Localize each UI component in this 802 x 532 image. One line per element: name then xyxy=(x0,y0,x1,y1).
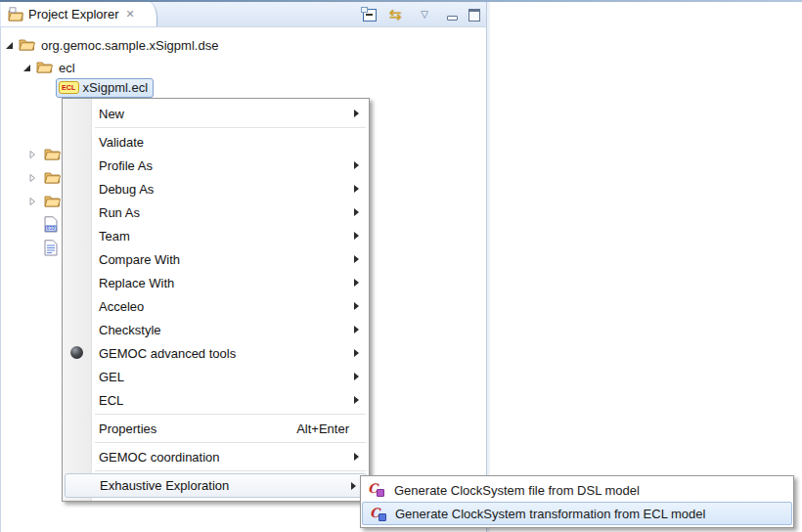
gemoc-icon xyxy=(70,346,83,359)
submenu-arrow-icon xyxy=(354,349,359,357)
menu-separator xyxy=(95,127,366,128)
submenu-arrow-icon xyxy=(354,161,359,169)
submenu-item-generate-clocksystem-file[interactable]: Cs Generate ClockSystem file from DSL mo… xyxy=(361,478,793,502)
menu-item-properties[interactable]: Properties Alt+Enter xyxy=(63,417,369,440)
submenu-item-generate-clocksystem-transformation[interactable]: Cs Generate ClockSystem transformation f… xyxy=(362,502,792,525)
submenu-arrow-icon xyxy=(354,208,359,216)
tree-item-hidden-4[interactable]: 010 xyxy=(44,214,58,234)
svg-text:010: 010 xyxy=(47,226,55,231)
menu-item-debug-as[interactable]: Debug As xyxy=(63,177,369,200)
exhaustive-exploration-submenu: Cs Generate ClockSystem file from DSL mo… xyxy=(360,475,794,528)
menu-item-gemoc-advanced-tools[interactable]: GEMOC advanced tools xyxy=(63,341,369,365)
tree-item-ecl-folder[interactable]: ecl xyxy=(23,58,75,77)
open-folder-icon xyxy=(36,61,53,74)
menu-separator xyxy=(95,470,366,471)
submenu-arrow-icon xyxy=(354,255,359,263)
ecl-file-icon: ECL xyxy=(59,81,79,94)
tree-item-hidden-3[interactable] xyxy=(29,192,61,211)
tab-project-explorer[interactable]: Project Explorer ✕ xyxy=(1,2,157,26)
open-folder-icon xyxy=(19,38,35,52)
selected-item-box: ECL xSigpml.ecl xyxy=(56,78,154,98)
close-icon[interactable]: ✕ xyxy=(125,8,134,21)
submenu-arrow-icon xyxy=(354,110,359,117)
project-explorer-icon xyxy=(8,7,23,22)
submenu-arrow-icon xyxy=(354,453,359,461)
view-left-border xyxy=(0,2,1,532)
menu-item-new[interactable]: New xyxy=(63,102,369,125)
folder-icon xyxy=(44,148,61,161)
project-explorer-header: Project Explorer ✕ ⇆ ▽ xyxy=(0,2,486,27)
tree-item-hidden-5[interactable] xyxy=(44,238,58,257)
tree-item-label: xSigpml.ecl xyxy=(83,80,148,95)
submenu-arrow-icon xyxy=(351,482,356,490)
tree-item-label: org.gemoc.sample.xSigpml.dse xyxy=(39,38,218,53)
expanded-arrow-icon[interactable] xyxy=(6,42,13,49)
collapsed-arrow-icon[interactable] xyxy=(29,173,36,183)
tree-item-xsigpml-ecl[interactable]: ECL xSigpml.ecl xyxy=(56,78,154,98)
menu-item-acceleo[interactable]: Acceleo xyxy=(63,294,369,318)
menu-shortcut: Alt+Enter xyxy=(296,421,361,436)
menu-item-gel[interactable]: GEL xyxy=(63,365,369,388)
folder-icon xyxy=(44,171,61,185)
view-sash[interactable] xyxy=(486,2,487,532)
menu-separator xyxy=(95,442,366,443)
maximize-icon[interactable] xyxy=(465,6,484,23)
binary-file-icon: 010 xyxy=(44,216,58,233)
folder-icon xyxy=(44,195,61,208)
expanded-arrow-icon[interactable] xyxy=(23,65,30,71)
tab-title: Project Explorer xyxy=(28,7,118,22)
submenu-arrow-icon xyxy=(354,326,359,333)
menu-item-ecl[interactable]: ECL xyxy=(63,388,369,412)
submenu-arrow-icon xyxy=(354,373,359,380)
tree-item-hidden-2[interactable] xyxy=(29,168,61,188)
collapsed-arrow-icon[interactable] xyxy=(29,150,36,159)
context-menu: New Validate Profile As Debug As Run As … xyxy=(62,98,370,502)
text-file-icon xyxy=(44,240,58,256)
menu-item-profile-as[interactable]: Profile As xyxy=(63,154,369,177)
submenu-arrow-icon xyxy=(354,185,359,193)
tree-item-project[interactable]: org.gemoc.sample.xSigpml.dse xyxy=(6,35,218,55)
menu-item-checkstyle[interactable]: Checkstyle xyxy=(63,318,369,341)
sash-fill xyxy=(487,2,490,532)
clocksystem-icon: Cs xyxy=(368,481,385,498)
submenu-arrow-icon xyxy=(354,232,359,240)
menu-item-exhaustive-exploration[interactable]: Exhaustive Exploration xyxy=(65,473,367,498)
tree-item-label: ecl xyxy=(57,61,75,75)
link-with-editor-icon[interactable]: ⇆ xyxy=(385,6,405,23)
view-menu-icon[interactable]: ▽ xyxy=(415,6,434,23)
submenu-arrow-icon xyxy=(354,302,359,310)
eclipse-window: Project Explorer ✕ ⇆ ▽ org.gemoc.sample.… xyxy=(0,0,802,532)
collapsed-arrow-icon[interactable] xyxy=(29,197,36,206)
menu-item-team[interactable]: Team xyxy=(63,224,369,247)
tree-item-hidden-1[interactable] xyxy=(29,145,61,164)
submenu-arrow-icon xyxy=(354,396,359,404)
collapse-all-icon[interactable] xyxy=(360,6,379,23)
menu-item-replace-with[interactable]: Replace With xyxy=(63,271,369,294)
menu-separator xyxy=(95,414,366,415)
menu-item-run-as[interactable]: Run As xyxy=(63,200,369,224)
submenu-arrow-icon xyxy=(354,279,359,287)
menu-item-gemoc-coordination[interactable]: GEMOC coordination xyxy=(63,445,369,468)
minimize-icon[interactable] xyxy=(442,6,462,23)
menu-item-compare-with[interactable]: Compare With xyxy=(63,247,369,271)
clocksystem-icon: Cs xyxy=(370,506,387,522)
view-toolbar: ⇆ ▽ xyxy=(360,6,484,23)
menu-item-validate[interactable]: Validate xyxy=(63,130,369,154)
